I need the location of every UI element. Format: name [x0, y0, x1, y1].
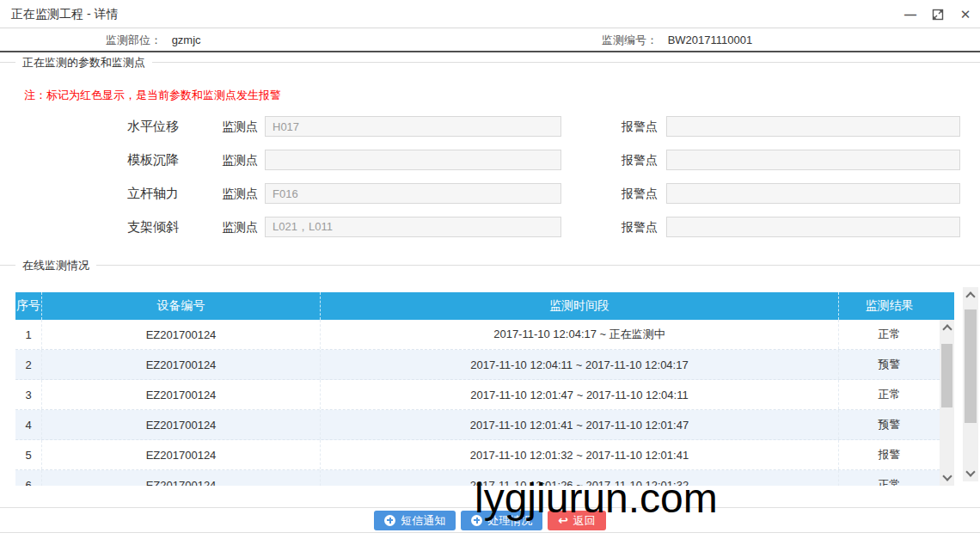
back-arrow-icon: ↩ [558, 514, 568, 526]
cell-device: EZ201700124 [41, 350, 320, 379]
info-bar: 监测部位： gzmjc 监测编号： BW20171110001 [0, 29, 980, 52]
alarm-point-label: 报警点 [622, 153, 658, 168]
cell-result: 预警 [838, 410, 940, 439]
cell-serial: 1 [15, 320, 41, 349]
param-row: 模板沉降 监测点 报警点 [0, 147, 980, 181]
back-label: 返回 [573, 515, 596, 526]
cell-result: 报警 [838, 440, 940, 469]
cell-result: 正常 [838, 470, 940, 486]
scroll-down-icon[interactable] [942, 471, 952, 481]
header-result: 监测结果 [838, 292, 940, 320]
table-body: 1 EZ201700124 2017-11-10 12:04:17 ~ 正在监测… [15, 320, 940, 486]
param-name: 立杆轴力 [127, 186, 187, 202]
section-divider [0, 265, 980, 266]
cell-serial: 6 [15, 470, 41, 486]
cell-period: 2017-11-10 12:01:41 ~ 2017-11-10 12:01:4… [320, 410, 838, 439]
monitor-point-input[interactable] [265, 116, 561, 137]
cell-device: EZ201700124 [41, 320, 320, 349]
restore-button[interactable] [930, 7, 946, 22]
monitor-point-label: 监测点 [222, 220, 258, 236]
monitor-code-label: 监测编号： [602, 34, 658, 46]
cell-result: 预警 [838, 350, 940, 379]
cell-serial: 2 [15, 350, 41, 379]
cell-period: 2017-11-10 12:04:11 ~ 2017-11-10 12:04:1… [320, 350, 838, 379]
scroll-up-icon[interactable] [942, 324, 952, 334]
cell-result: 正常 [838, 320, 940, 349]
header-filler [940, 292, 954, 320]
cell-device: EZ201700124 [41, 410, 320, 439]
header-period: 监测时间段 [320, 292, 838, 320]
window-title: 正在监测工程 - 详情 [11, 0, 118, 28]
cell-period: 2017-11-10 12:01:26 ~ 2017-11-10 12:01:3… [320, 470, 838, 486]
plus-circle-icon [471, 515, 482, 526]
cell-period: 2017-11-10 12:01:47 ~ 2017-11-10 12:04:1… [320, 380, 838, 409]
sms-notify-label: 短信通知 [401, 515, 445, 526]
alarm-point-input[interactable] [666, 217, 960, 237]
header-device: 设备编号 [41, 292, 320, 320]
sms-notify-button[interactable]: 短信通知 [374, 511, 456, 530]
footer-bar: 短信通知 处理情况 ↩ 返回 [0, 507, 980, 533]
monitor-part-value: gzmjc [172, 34, 201, 46]
back-button[interactable]: ↩ 返回 [548, 511, 606, 530]
table-row[interactable]: 4 EZ201700124 2017-11-10 12:01:41 ~ 2017… [15, 410, 940, 440]
scroll-down-icon[interactable] [965, 467, 975, 476]
cell-serial: 4 [15, 410, 41, 439]
param-name: 水平位移 [127, 119, 187, 135]
handle-status-label: 处理情况 [487, 515, 532, 526]
plus-circle-icon [384, 515, 395, 526]
cell-device: EZ201700124 [41, 380, 320, 409]
alarm-point-label: 报警点 [622, 119, 658, 135]
alarm-point-label: 报警点 [622, 187, 658, 202]
table-row[interactable]: 3 EZ201700124 2017-11-10 12:01:47 ~ 2017… [15, 380, 940, 410]
monitor-part-field: 监测部位： gzmjc [106, 29, 201, 51]
monitor-part-label: 监测部位： [106, 34, 162, 46]
param-name: 模板沉降 [127, 152, 187, 168]
section-online-legend: 在线监测情况 [15, 258, 96, 273]
cell-period: 2017-11-10 12:04:17 ~ 正在监测中 [320, 320, 838, 349]
table-scrollbar[interactable] [940, 320, 954, 486]
param-row: 立杆轴力 监测点 报警点 [0, 181, 980, 214]
table-row[interactable]: 2 EZ201700124 2017-11-10 12:04:11 ~ 2017… [15, 350, 940, 380]
alarm-point-input[interactable] [666, 150, 960, 170]
param-name: 支架倾斜 [127, 219, 187, 236]
cell-serial: 3 [15, 380, 41, 409]
param-row: 水平位移 监测点 报警点 [0, 113, 980, 147]
monitor-point-label: 监测点 [222, 119, 258, 135]
param-list: 水平位移 监测点 报警点 模板沉降 监测点 报警点 立杆轴力 监测点 报警点 支… [0, 113, 980, 248]
minimize-button[interactable]: — [903, 7, 918, 22]
window-controls: — ✕ [903, 0, 973, 28]
alarm-point-label: 报警点 [622, 220, 658, 236]
titlebar: 正在监测工程 - 详情 — ✕ [0, 0, 980, 28]
monitor-point-input[interactable] [265, 217, 561, 237]
dialog-window: 正在监测工程 - 详情 — ✕ 监测部位： gzmjc 监测编号： BW2017… [0, 0, 980, 539]
scrollbar-thumb[interactable] [941, 344, 952, 407]
monitor-point-input[interactable] [265, 150, 561, 170]
cell-result: 正常 [838, 380, 940, 409]
cell-device: EZ201700124 [41, 440, 320, 469]
alarm-point-input[interactable] [666, 183, 960, 204]
scroll-up-icon[interactable] [965, 291, 975, 301]
table-header: 序号 设备编号 监测时间段 监测结果 [15, 292, 954, 320]
monitor-point-label: 监测点 [222, 153, 258, 168]
section-params-legend: 正在监测的参数和监测点 [15, 55, 152, 70]
table-row[interactable]: 5 EZ201700124 2017-11-10 12:01:32 ~ 2017… [15, 440, 940, 470]
close-button[interactable]: ✕ [958, 7, 973, 22]
table-row[interactable]: 6 EZ201700124 2017-11-10 12:01:26 ~ 2017… [15, 470, 940, 486]
monitor-code-value: BW20171110001 [668, 34, 753, 46]
handle-status-button[interactable]: 处理情况 [461, 511, 542, 530]
cell-device: EZ201700124 [41, 470, 320, 486]
header-serial: 序号 [15, 292, 41, 320]
scrollbar-thumb[interactable] [965, 309, 977, 423]
cell-period: 2017-11-10 12:01:32 ~ 2017-11-10 12:01:4… [320, 440, 838, 469]
param-row: 支架倾斜 监测点 报警点 [0, 214, 980, 248]
alarm-note: 注：标记为红色显示，是当前参数和监测点发生报警 [24, 88, 281, 103]
restore-icon [932, 9, 944, 21]
table-row[interactable]: 1 EZ201700124 2017-11-10 12:04:17 ~ 正在监测… [15, 320, 940, 350]
monitor-point-label: 监测点 [222, 187, 258, 202]
page-scrollbar[interactable] [963, 287, 978, 481]
monitor-table: 序号 设备编号 监测时间段 监测结果 1 EZ201700124 2017-11… [15, 292, 954, 486]
alarm-point-input[interactable] [666, 116, 960, 137]
monitor-code-field: 监测编号： BW20171110001 [602, 29, 752, 51]
cell-serial: 5 [15, 440, 41, 469]
monitor-point-input[interactable] [265, 183, 561, 204]
